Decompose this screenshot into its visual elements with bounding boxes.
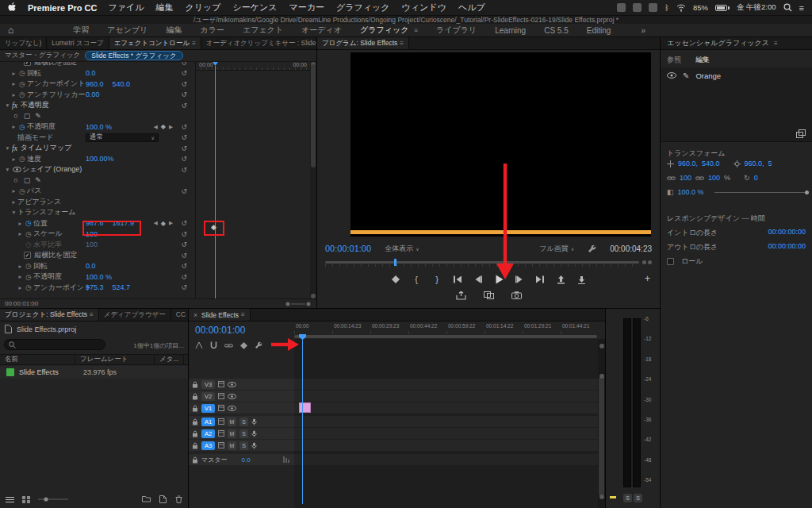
track-target-button[interactable]: A1 xyxy=(201,418,215,426)
workspace-tab-learning-en[interactable]: Learning xyxy=(495,26,526,35)
program-scrubber[interactable] xyxy=(325,259,652,267)
ec-row-uniform-scale[interactable]: ▸✓縦横比を固定↺ xyxy=(0,250,195,261)
column-name[interactable]: 名前 xyxy=(0,355,75,364)
tab-program-monitor[interactable]: プログラム: Slide Effects≡ xyxy=(317,37,409,49)
graphics-layer-list[interactable]: ✎ Orange xyxy=(661,67,812,142)
mute-button[interactable]: M xyxy=(228,418,236,426)
reset-icon[interactable]: ↺ xyxy=(181,80,187,88)
new-item-icon[interactable] xyxy=(159,495,167,503)
step-back-button[interactable] xyxy=(473,275,484,283)
disclosure-icon[interactable]: ▸ xyxy=(17,220,24,227)
workspace-tab-learning-jp[interactable]: 学習 xyxy=(73,25,89,36)
track-lock-icon[interactable] xyxy=(192,393,198,400)
snap-magnet-icon[interactable] xyxy=(210,341,217,349)
value-field[interactable]: 960.0 xyxy=(86,80,104,88)
voiceover-mic-icon[interactable] xyxy=(251,442,257,449)
column-framerate[interactable]: フレームレート xyxy=(75,355,155,364)
column-metadata[interactable]: メタ... xyxy=(155,355,184,364)
reset-icon[interactable]: ↺ xyxy=(181,90,187,98)
disclosure-icon[interactable]: ▸ xyxy=(17,273,24,280)
tab-media-browser[interactable]: メディアブラウザー xyxy=(99,309,171,321)
sync-lock-icon[interactable] xyxy=(218,393,224,399)
reset-icon[interactable]: ↺ xyxy=(181,187,187,195)
effect-timecode[interactable]: 00:00:01:00 xyxy=(5,300,38,307)
ec-row-clipped-uniform-scale[interactable]: ▸✓縦横比を固定↺ xyxy=(0,62,195,68)
disclosure-icon[interactable]: ▾ xyxy=(4,166,11,173)
track-v1-lane[interactable] xyxy=(294,402,598,414)
workspace-tab-libraries[interactable]: ライブラリ xyxy=(436,25,477,36)
tab-sequence[interactable]: ×Slide Effects≡ xyxy=(189,309,251,321)
workspace-tab-effects[interactable]: エフェクト xyxy=(243,25,283,36)
new-layer-icon[interactable] xyxy=(796,129,806,138)
ec-row-time-remap-section[interactable]: ▾fxタイムリマップ↺ xyxy=(0,143,195,154)
extract-button[interactable] xyxy=(576,275,587,284)
add-marker-icon[interactable] xyxy=(240,342,247,349)
sync-lock-icon[interactable] xyxy=(218,381,224,387)
reset-icon[interactable]: ↺ xyxy=(181,283,187,291)
visibility-eye-icon[interactable] xyxy=(11,167,22,172)
timeline-vertical-scrollbar[interactable] xyxy=(598,339,605,508)
scrollbar-knob[interactable] xyxy=(648,260,652,264)
disclosure-icon[interactable]: ▸ xyxy=(10,156,17,163)
value-field[interactable]: 524.7 xyxy=(113,283,131,291)
rect-mask-icon[interactable]: ▢ xyxy=(21,112,33,120)
voiceover-mic-icon[interactable] xyxy=(251,430,257,437)
search-input[interactable] xyxy=(4,339,105,350)
button-editor-button[interactable]: + xyxy=(645,273,650,284)
outro-duration-value[interactable]: 00:00:00:00 xyxy=(768,242,806,252)
monitor-settings-wrench-icon[interactable] xyxy=(588,244,596,253)
ec-row-anchor-point[interactable]: ▸◷アンカーポイント960.0540.0↺ xyxy=(0,79,195,90)
sync-lock-icon[interactable] xyxy=(218,430,224,437)
disclosure-icon[interactable]: ▾ xyxy=(4,144,11,152)
next-keyframe-icon[interactable]: ▶ xyxy=(169,124,173,130)
menu-item[interactable]: 編集 xyxy=(155,2,173,13)
position-x-value[interactable]: 960.0, xyxy=(678,160,698,167)
tab-effect-controls[interactable]: エフェクトコントロール≡ xyxy=(109,37,201,49)
workspace-tab-editing-jp[interactable]: 編集 xyxy=(166,25,182,36)
value-field[interactable]: 540.0 xyxy=(113,80,131,88)
list-view-icon[interactable] xyxy=(6,496,14,503)
value-field[interactable]: 0.0 xyxy=(86,69,96,77)
panel-menu-icon[interactable]: ≡ xyxy=(192,40,196,47)
layer-item-orange[interactable]: ✎ Orange xyxy=(661,67,812,83)
ec-row-appearance[interactable]: ▸アピアランス xyxy=(0,197,195,208)
panel-menu-icon[interactable]: ≡ xyxy=(774,40,778,47)
workspace-menu-icon[interactable]: ≡ xyxy=(414,27,418,34)
project-item-row[interactable]: Slide Effects 23.976 fps xyxy=(0,366,188,379)
tab-cc-libraries[interactable]: CC ラ xyxy=(171,309,188,321)
menu-item[interactable]: ヘルプ xyxy=(458,2,485,13)
disclosure-icon[interactable]: ▸ xyxy=(17,263,24,270)
value-field[interactable]: 100.00% xyxy=(86,155,114,163)
apple-menu-icon[interactable] xyxy=(8,2,17,13)
rect-mask-icon[interactable]: ▢ xyxy=(21,176,33,184)
ec-row-shape-section[interactable]: ▾シェイプ (Orange)↺ xyxy=(0,164,195,175)
workspace-tab-cs55[interactable]: CS 5.5 xyxy=(544,26,569,35)
notification-center-icon[interactable]: ≡ xyxy=(799,3,804,13)
status-menu-icon[interactable] xyxy=(649,3,657,12)
position-x-value[interactable]: 987.6 xyxy=(86,219,104,227)
prev-keyframe-icon[interactable]: ◀ xyxy=(154,124,158,130)
insert-overwrite-icon[interactable] xyxy=(195,341,203,349)
ec-row-scale[interactable]: ▸◷スケール100↺ xyxy=(0,229,195,240)
effect-timeline-playhead[interactable] xyxy=(215,66,216,298)
link-scale-icon[interactable] xyxy=(667,175,676,181)
track-target-button[interactable]: V1 xyxy=(201,404,215,413)
reset-icon[interactable]: ↺ xyxy=(181,262,187,270)
value-field[interactable]: 100 xyxy=(86,230,98,238)
zoom-level-dropdown[interactable]: 全体表示∨ xyxy=(385,244,419,254)
stopwatch-icon[interactable]: ◷ xyxy=(17,80,27,88)
reset-icon[interactable]: ↺ xyxy=(181,166,187,174)
solo-left-button[interactable]: S xyxy=(623,494,632,502)
reset-icon[interactable]: ↺ xyxy=(181,241,187,248)
track-a2-lane[interactable] xyxy=(294,428,598,439)
panel-menu-icon[interactable]: ≡ xyxy=(90,311,94,318)
home-icon[interactable]: ⌂ xyxy=(8,25,13,36)
ellipse-mask-icon[interactable]: ○ xyxy=(10,176,21,184)
lift-button[interactable] xyxy=(556,275,566,284)
ec-row-opacity-section[interactable]: ▾fx不透明度↺ xyxy=(0,100,195,111)
disclosure-icon[interactable]: ▸ xyxy=(17,284,24,291)
track-a1-lane[interactable] xyxy=(294,416,598,427)
app-menu-title[interactable]: Premiere Pro CC xyxy=(28,3,97,13)
stopwatch-icon[interactable]: ◷ xyxy=(17,69,27,77)
scale-y-value[interactable]: 100 xyxy=(708,174,720,182)
